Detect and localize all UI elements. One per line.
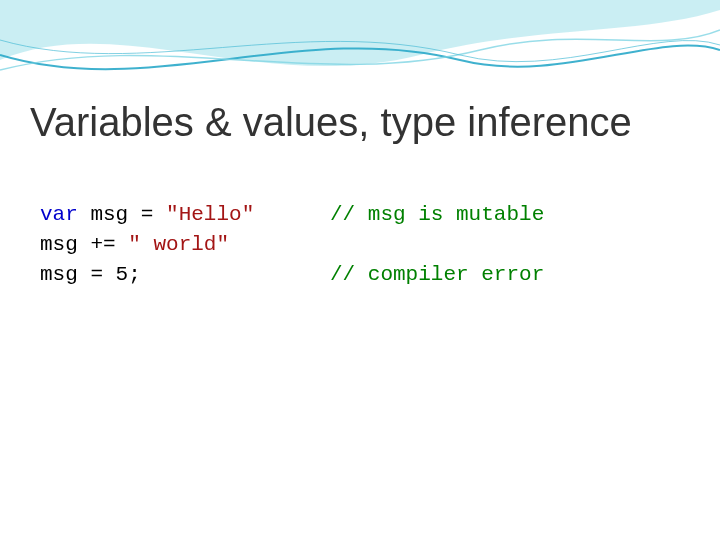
code-text: msg = 5; xyxy=(40,260,330,290)
decorative-wave xyxy=(0,0,720,100)
code-line-2: msg += " world" xyxy=(40,230,680,260)
string-literal: "Hello" xyxy=(166,203,254,226)
slide-title: Variables & values, type inference xyxy=(30,100,690,145)
keyword-var: var xyxy=(40,203,78,226)
string-literal: " world" xyxy=(128,233,229,256)
slide: Variables & values, type inference var m… xyxy=(0,0,720,540)
slide-body: var msg = "Hello" // msg is mutable msg … xyxy=(40,200,680,290)
comment: // compiler error xyxy=(330,260,544,290)
code-line-1: var msg = "Hello" // msg is mutable xyxy=(40,200,680,230)
code-text: msg += xyxy=(40,233,128,256)
comment: // msg is mutable xyxy=(330,200,544,230)
code-text: msg = xyxy=(78,203,166,226)
code-line-3: msg = 5; // compiler error xyxy=(40,260,680,290)
